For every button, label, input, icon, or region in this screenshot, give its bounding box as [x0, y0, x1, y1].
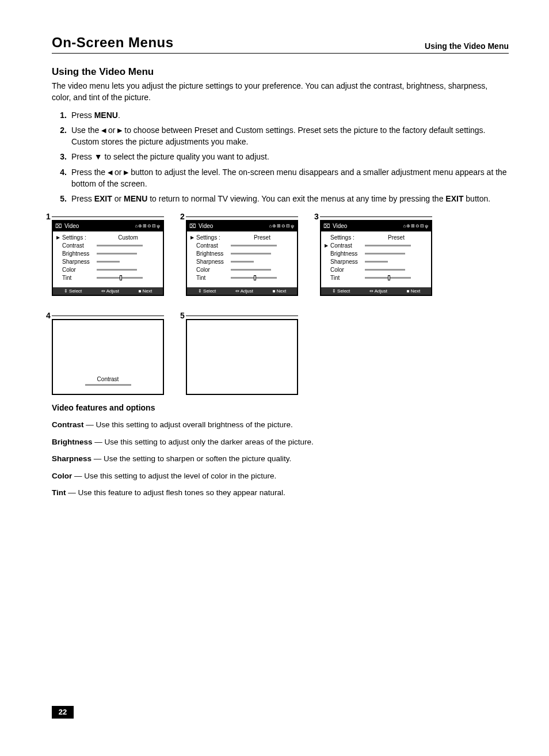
screen-preview-4: Contrast	[52, 319, 164, 395]
osd-item-sharpness: Sharpness	[62, 259, 97, 265]
figure-rule	[52, 316, 164, 317]
step-1-text: Press MENU.	[71, 109, 509, 121]
figure-number: 3	[314, 212, 319, 221]
figure-1: 1 ⌧Video ⌂⊕⊞⊖⊟ψ ▶Settings :Custom Contra…	[52, 213, 164, 296]
osd-menu-3: ⌧Video ⌂⊕⊞⊖⊟ψ Settings :Preset ▶Contrast…	[320, 220, 432, 296]
osd-bar	[97, 253, 137, 254]
osd-item-sharpness: Sharpness	[196, 259, 231, 265]
osd-item-contrast: Contrast	[196, 242, 231, 249]
osd-menu-2: ⌧Video ⌂⊕⊞⊖⊟ψ ▶Settings :Preset Contrast…	[186, 220, 298, 296]
pointer-icon: ▶	[56, 235, 62, 240]
figure-number: 4	[46, 311, 51, 320]
osd-item-contrast: Contrast	[330, 242, 365, 249]
osd-item-brightness: Brightness	[196, 250, 231, 257]
figure-5: 5	[186, 312, 298, 395]
osd-title: Video	[64, 223, 79, 229]
figure-4: 4 Contrast	[52, 312, 164, 395]
step-4-text: Press the ◀ or ▶ button to adjust the le…	[71, 166, 509, 190]
figure-number: 2	[180, 212, 185, 221]
tv-icon: ⌧	[55, 223, 62, 229]
slider-knob	[388, 275, 390, 280]
osd-bar	[231, 261, 254, 263]
osd-bar	[97, 277, 143, 279]
step-5: Press EXIT or MENU to return to normal T…	[52, 193, 509, 204]
osd-bar	[365, 245, 411, 246]
step-4: Press the ◀ or ▶ button to adjust the le…	[52, 166, 509, 190]
osd-bar	[97, 245, 143, 246]
slider-knob	[120, 275, 122, 280]
osd-bar	[231, 253, 271, 254]
osd-bar	[231, 277, 277, 279]
page-number: 22	[52, 706, 74, 719]
osd-bar	[365, 269, 405, 271]
osd-footer-adjust: ⇔ Adjust	[235, 288, 253, 294]
intro-paragraph: The video menu lets you adjust the pictu…	[52, 80, 509, 104]
steps-list: Press MENU. Use the ◀ or ▶ to choose bet…	[52, 109, 509, 205]
figure-number: 5	[180, 311, 185, 320]
step-2-text: Use the ◀ or ▶ to choose between Preset …	[71, 124, 509, 148]
osd-item-settings: Settings :	[330, 234, 365, 241]
osd-footer-select: ⇕ Select	[332, 288, 350, 294]
figure-rule	[320, 216, 432, 218]
osd-bar	[231, 269, 271, 271]
osd-bar	[97, 261, 120, 263]
osd-footer-adjust: ⇔ Adjust	[101, 288, 119, 294]
osd-footer-next: ■ Next	[273, 288, 287, 294]
figures-grid: 1 ⌧Video ⌂⊕⊞⊖⊟ψ ▶Settings :Custom Contra…	[52, 213, 509, 395]
osd-footer-select: ⇕ Select	[64, 288, 82, 294]
slider-knob	[254, 275, 256, 280]
figure-rule	[186, 316, 298, 317]
osd-bar	[97, 269, 137, 271]
osd-mode-value: Preset	[231, 234, 293, 241]
osd-item-settings: Settings :	[62, 234, 97, 241]
osd-header-icons: ⌂⊕⊞⊖⊟ψ	[403, 223, 429, 229]
figure-3: 3 ⌧Video ⌂⊕⊞⊖⊟ψ Settings :Preset ▶Contra…	[320, 213, 432, 296]
osd-header-icons: ⌂⊕⊞⊖⊟ψ	[135, 223, 161, 229]
osd-bar	[365, 261, 388, 263]
osd-bar	[365, 277, 411, 279]
step-2: Use the ◀ or ▶ to choose between Preset …	[52, 124, 509, 148]
contrast-label: Contrast	[97, 376, 119, 382]
osd-item-brightness: Brightness	[62, 250, 97, 257]
features-heading: Video features and options	[52, 402, 509, 413]
osd-header-icons: ⌂⊕⊞⊖⊟ψ	[269, 223, 295, 229]
osd-item-settings: Settings :	[196, 234, 231, 241]
contrast-bar	[85, 384, 131, 386]
screen-preview-5	[186, 319, 298, 395]
osd-item-tint: Tint	[330, 275, 365, 281]
osd-item-sharpness: Sharpness	[330, 259, 365, 265]
feature-sharpness: Sharpness — Use the setting to sharpen o…	[52, 453, 509, 465]
osd-item-tint: Tint	[62, 275, 97, 281]
osd-item-brightness: Brightness	[330, 250, 365, 257]
osd-title: Video	[333, 223, 347, 229]
figure-2: 2 ⌧Video ⌂⊕⊞⊖⊟ψ ▶Settings :Preset Contra…	[186, 213, 298, 296]
page-header: On-Screen Menus Using the Video Menu	[52, 35, 509, 54]
feature-color: Color — Use this setting to adjust the l…	[52, 470, 509, 482]
osd-footer-next: ■ Next	[407, 288, 421, 294]
osd-item-tint: Tint	[196, 275, 231, 281]
osd-item-contrast: Contrast	[62, 242, 97, 249]
step-3: Press ▼ to select the picture quality yo…	[52, 151, 509, 162]
feature-tint: Tint — Use this feature to adjust flesh …	[52, 487, 509, 499]
pointer-icon: ▶	[325, 243, 330, 248]
osd-footer-select: ⇕ Select	[198, 288, 216, 294]
figure-rule	[186, 216, 298, 218]
pointer-icon: ▶	[190, 235, 196, 240]
step-3-text: Press ▼ to select the picture quality yo…	[71, 151, 509, 162]
step-1: Press MENU.	[52, 109, 509, 121]
section-subtitle: Using the Video Menu	[52, 66, 509, 78]
osd-mode-value: Preset	[365, 234, 428, 241]
osd-item-color: Color	[62, 267, 97, 273]
osd-item-color: Color	[330, 267, 365, 273]
osd-bar	[231, 245, 277, 246]
figure-rule	[52, 216, 164, 218]
figure-number: 1	[46, 212, 51, 221]
osd-footer-next: ■ Next	[139, 288, 152, 294]
feature-brightness: Brightness — Use this setting to adjust …	[52, 436, 509, 448]
header-left: On-Screen Menus	[52, 35, 174, 51]
osd-item-color: Color	[196, 267, 231, 273]
header-right: Using the Video Menu	[425, 41, 509, 51]
osd-menu-1: ⌧Video ⌂⊕⊞⊖⊟ψ ▶Settings :Custom Contrast…	[52, 220, 164, 296]
osd-footer-adjust: ⇔ Adjust	[369, 288, 387, 294]
tv-icon: ⌧	[189, 223, 196, 229]
